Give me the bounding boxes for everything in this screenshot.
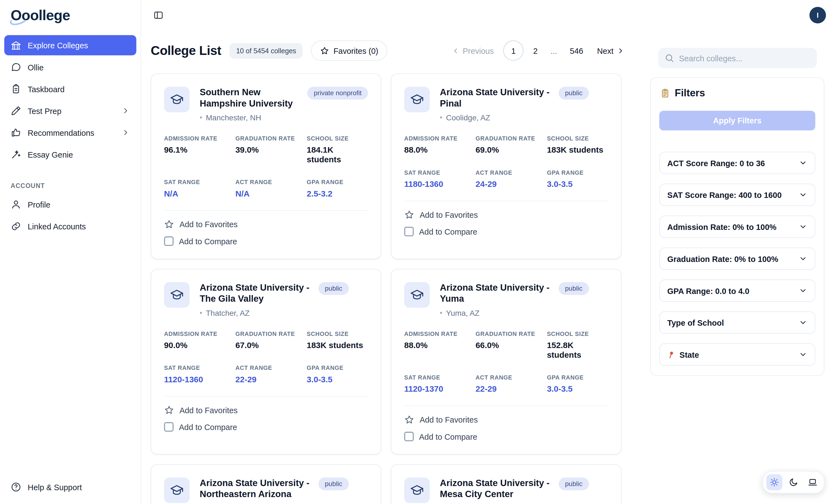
add-to-compare-control[interactable]: Add to Compare	[404, 432, 608, 441]
favorites-button[interactable]: Favorites (0)	[311, 41, 387, 61]
graduation-cap-icon	[164, 87, 190, 112]
stat-graduation-rate: GRADUATION RATE 39.0%	[235, 134, 306, 165]
sidebar-item-ollie[interactable]: Ollie	[4, 57, 136, 77]
college-name[interactable]: Arizona State University - Northeastern …	[200, 478, 314, 500]
card-headings: Arizona State University - The Gila Vall…	[200, 282, 368, 317]
college-name[interactable]: Arizona State University - Yuma	[440, 282, 554, 305]
card-header: Arizona State University - Pinal public …	[404, 87, 608, 122]
school-type-badge: public	[558, 478, 589, 490]
sidebar-toggle-button[interactable]	[153, 10, 163, 20]
add-to-compare-label: Add to Compare	[419, 432, 477, 441]
college-card: Arizona State University - Mesa City Cen…	[391, 464, 622, 504]
stat-act-range: ACT RANGE 22-29	[475, 374, 547, 394]
search-input[interactable]	[679, 54, 810, 63]
college-name[interactable]: Southern New Hampshire University	[200, 87, 303, 109]
star-icon	[164, 405, 174, 415]
filter-dropdown[interactable]: Graduation Rate: 0% to 100%	[659, 248, 815, 270]
sidebar-item-explore-colleges[interactable]: Explore Colleges	[4, 35, 136, 55]
add-to-favorites-button[interactable]: Add to Favorites	[164, 405, 368, 415]
chevron-down-icon	[799, 159, 808, 167]
sidebar-item-profile[interactable]: Profile	[4, 194, 136, 214]
card-actions: Add to Favorites Add to Compare	[164, 210, 368, 246]
search-box[interactable]	[658, 48, 817, 68]
stat-school-size: SCHOOL SIZE 183K students	[547, 134, 608, 155]
system-theme-button[interactable]	[805, 474, 821, 490]
stat-act-range: ACT RANGE 24-29	[475, 169, 547, 189]
compare-checkbox[interactable]	[404, 432, 414, 441]
college-card: Arizona State University - The Gila Vall…	[151, 269, 381, 455]
stat-act-range: ACT RANGE N/A	[235, 178, 306, 199]
filter-dropdown[interactable]: Type of School	[659, 311, 815, 334]
chevron-right-icon	[122, 128, 130, 137]
filter-label: ACT Score Range: 0 to 36	[667, 159, 765, 168]
sidebar-item-help-support[interactable]: Help & Support	[4, 477, 136, 497]
card-headings: Arizona State University - Pinal public …	[440, 87, 608, 122]
compare-checkbox[interactable]	[164, 236, 174, 246]
list-header: College List 10 of 5454 colleges Favorit…	[151, 41, 625, 61]
card-header: Arizona State University - Northeastern …	[164, 478, 368, 504]
add-to-favorites-button[interactable]: Add to Favorites	[404, 415, 608, 425]
add-to-compare-control[interactable]: Add to Compare	[164, 422, 368, 432]
filters-heading: Filters	[660, 87, 815, 99]
previous-page-button[interactable]: Previous	[451, 46, 494, 55]
school-type-badge: public	[558, 87, 589, 99]
college-name[interactable]: Arizona State University - Pinal	[440, 87, 554, 109]
chevron-down-icon	[799, 287, 808, 295]
sidebar-item-linked-accounts[interactable]: Linked Accounts	[4, 216, 136, 236]
location-dot: •	[200, 113, 202, 122]
page-button-last[interactable]: 546	[566, 46, 587, 55]
page-button-1[interactable]: 1	[503, 41, 524, 61]
college-name[interactable]: Arizona State University - The Gila Vall…	[200, 282, 314, 305]
logo-text: Ooollege	[11, 7, 70, 23]
next-page-button[interactable]: Next	[597, 46, 625, 55]
add-to-favorites-label: Add to Favorites	[420, 415, 478, 424]
location-text: Coolidge, AZ	[446, 113, 490, 122]
add-to-compare-control[interactable]: Add to Compare	[164, 236, 368, 246]
add-to-favorites-button[interactable]: Add to Favorites	[164, 219, 368, 230]
chevron-left-icon	[451, 47, 460, 55]
stat-sat-range: SAT RANGE 1120-1370	[404, 374, 475, 394]
apply-filters-button[interactable]: Apply Filters	[659, 111, 815, 130]
add-to-compare-control[interactable]: Add to Compare	[404, 227, 608, 236]
panel-left-icon	[153, 10, 163, 20]
compare-checkbox[interactable]	[164, 422, 174, 432]
dark-theme-button[interactable]	[786, 474, 801, 490]
clipboard-icon	[11, 84, 22, 94]
help-circle-icon	[11, 482, 22, 492]
stat-graduation-rate: GRADUATION RATE 66.0%	[475, 330, 547, 360]
sidebar-item-test-prep[interactable]: Test Prep	[4, 101, 136, 121]
logo[interactable]: Ooollege	[0, 0, 141, 29]
filter-label: GPA Range: 0.0 to 4.0	[667, 286, 749, 295]
add-to-favorites-button[interactable]: Add to Favorites	[404, 210, 608, 220]
stat-graduation-rate: GRADUATION RATE 67.0%	[235, 330, 306, 350]
filter-dropdown[interactable]: GPA Range: 0.0 to 4.0	[659, 279, 815, 302]
topbar: I	[141, 0, 835, 30]
location-text: Manchester, NH	[206, 113, 262, 122]
stat-admission-rate: ADMISSION RATE 90.0%	[164, 330, 235, 350]
sidebar-item-recommendations[interactable]: Recommendations	[4, 123, 136, 143]
sidebar-item-essay-genie[interactable]: Essay Genie	[4, 144, 136, 165]
school-type-badge: public	[558, 282, 589, 295]
filter-dropdown[interactable]: ACT Score Range: 0 to 36	[659, 152, 815, 174]
stat-graduation-rate: GRADUATION RATE 69.0%	[475, 134, 547, 155]
location-dot: •	[440, 113, 442, 122]
page-button-2[interactable]: 2	[529, 46, 542, 55]
college-name[interactable]: Arizona State University - Mesa City Cen…	[440, 478, 554, 500]
sidebar-item-taskboard[interactable]: Taskboard	[4, 79, 136, 99]
college-location: • Yuma, AZ	[440, 309, 608, 317]
graduation-cap-icon	[164, 478, 190, 503]
filter-dropdown[interactable]: State	[659, 343, 815, 366]
graduation-cap-icon	[164, 282, 190, 308]
main-body: College List 10 of 5454 colleges Favorit…	[141, 30, 835, 504]
compare-checkbox[interactable]	[404, 227, 414, 236]
stat-gpa-range: GPA RANGE 2.5-3.2	[307, 178, 368, 199]
stat-admission-rate: ADMISSION RATE 96.1%	[164, 134, 235, 165]
favorites-button-label: Favorites (0)	[333, 46, 378, 55]
filter-dropdown[interactable]: SAT Score Range: 400 to 1600	[659, 184, 815, 206]
user-avatar[interactable]: I	[809, 7, 826, 23]
filters-heading-label: Filters	[675, 87, 705, 99]
filter-dropdown[interactable]: Admission Rate: 0% to 100%	[659, 215, 815, 238]
light-theme-button[interactable]	[766, 474, 782, 490]
graduation-cap-icon	[404, 478, 430, 503]
filters-rail: Filters Apply Filters ACT Score Range: 0…	[650, 30, 835, 504]
